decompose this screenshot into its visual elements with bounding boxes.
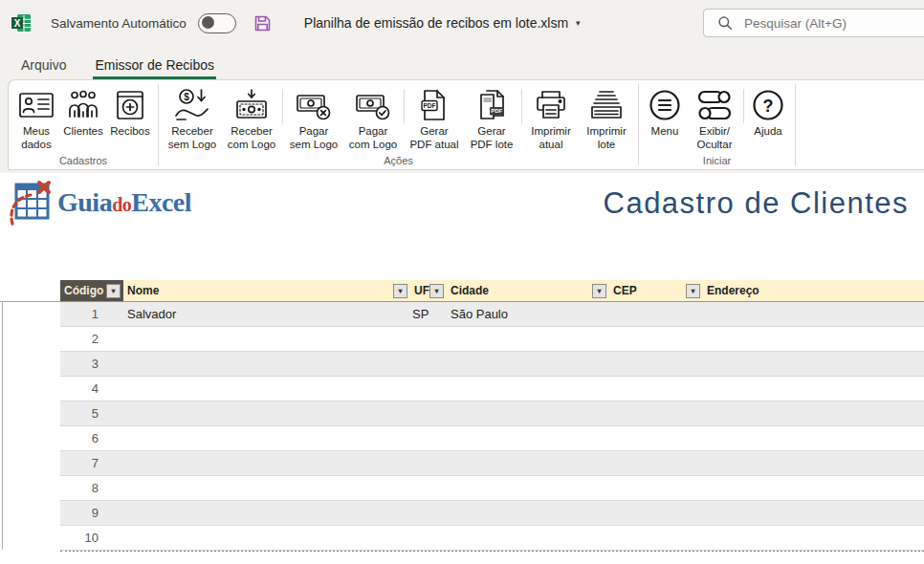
cell-cep[interactable] <box>609 401 703 425</box>
ribbon-button-imprimir-atual[interactable]: Imprimir atual <box>523 83 579 152</box>
ribbon-group-cadastros: Meus dados Clientes <box>9 80 158 169</box>
column-header-cep[interactable]: CEP ▾ <box>609 280 703 301</box>
cell-uf[interactable] <box>410 526 447 550</box>
cell-nome[interactable]: Salvador <box>123 302 410 326</box>
cell-endereco[interactable] <box>703 327 924 351</box>
cell-uf[interactable] <box>410 501 447 525</box>
cell-nome[interactable] <box>123 352 410 376</box>
cell-cidade[interactable] <box>447 377 609 401</box>
cell-endereco[interactable] <box>703 476 924 500</box>
ribbon-button-clientes[interactable]: Clientes <box>60 83 106 138</box>
filter-dropdown-icon[interactable]: ▾ <box>106 284 121 298</box>
column-header-nome[interactable]: Nome ▾ <box>123 280 410 301</box>
cell-nome[interactable] <box>123 501 410 525</box>
cell-codigo[interactable]: 5 <box>60 401 123 425</box>
ribbon-button-pagar-sem-logo[interactable]: Pagar sem Logo <box>284 83 343 152</box>
cell-cidade[interactable] <box>447 451 609 475</box>
cell-nome[interactable] <box>123 377 410 401</box>
ribbon-button-gerar-pdf-lote[interactable]: PDF Gerar PDF lote <box>463 83 520 152</box>
cell-nome[interactable] <box>123 327 410 351</box>
ribbon-button-menu[interactable]: Menu <box>643 83 687 138</box>
cell-cidade[interactable] <box>447 476 609 500</box>
cell-cidade[interactable] <box>447 501 609 525</box>
cell-cidade[interactable] <box>447 327 609 351</box>
autosave-toggle[interactable] <box>198 13 236 33</box>
cell-codigo[interactable]: 3 <box>60 352 123 376</box>
column-header-codigo[interactable]: Código ▾ <box>60 280 123 301</box>
cell-uf[interactable]: SP <box>410 302 447 326</box>
filter-dropdown-icon[interactable]: ▾ <box>592 284 606 298</box>
cell-cidade[interactable] <box>447 401 609 425</box>
menu-item-emissor-de-recibos[interactable]: Emissor de Recibos <box>93 52 216 79</box>
ribbon-button-meus-dados[interactable]: Meus dados <box>12 83 60 152</box>
cell-endereco[interactable] <box>703 401 924 425</box>
cell-cidade[interactable]: São Paulo <box>447 302 609 326</box>
cell-cep[interactable] <box>609 352 703 376</box>
cell-endereco[interactable] <box>703 501 924 525</box>
cell-cep[interactable] <box>609 426 703 450</box>
cell-nome[interactable] <box>123 426 410 450</box>
cell-codigo[interactable]: 4 <box>60 377 123 401</box>
save-button[interactable] <box>253 14 272 33</box>
cell-codigo[interactable]: 2 <box>60 327 123 351</box>
cell-cep[interactable] <box>609 476 703 500</box>
cell-cep[interactable] <box>609 451 703 475</box>
filter-dropdown-icon[interactable]: ▾ <box>686 284 700 298</box>
cell-endereco[interactable] <box>703 451 924 475</box>
cell-uf[interactable] <box>410 377 447 401</box>
paper-stack-icon <box>587 86 626 124</box>
ribbon-button-recibos[interactable]: Recibos <box>106 83 154 138</box>
page-break-line <box>0 301 60 302</box>
cell-nome[interactable] <box>123 526 410 550</box>
cell-nome[interactable] <box>123 451 410 475</box>
ribbon-button-imprimir-lote[interactable]: Imprimir lote <box>579 83 634 152</box>
ribbon-button-ajuda[interactable]: ? Ajuda <box>745 83 791 138</box>
receipt-add-icon <box>114 86 146 124</box>
cell-endereco[interactable] <box>703 377 924 401</box>
document-title[interactable]: Planilha de emissão de recibos em lote.x… <box>304 15 581 31</box>
cell-endereco[interactable] <box>703 302 924 326</box>
cell-codigo[interactable]: 10 <box>60 526 123 550</box>
cell-codigo[interactable]: 6 <box>60 426 123 450</box>
column-header-uf[interactable]: UF ▾ <box>410 280 447 301</box>
cell-nome[interactable] <box>123 476 410 500</box>
cell-cep[interactable] <box>609 377 703 401</box>
cell-uf[interactable] <box>410 426 447 450</box>
cell-codigo[interactable]: 9 <box>60 501 123 525</box>
filter-dropdown-icon[interactable]: ▾ <box>393 284 407 298</box>
cell-cidade[interactable] <box>447 426 609 450</box>
cell-cidade[interactable] <box>447 352 609 376</box>
ribbon-button-pagar-com-logo[interactable]: Pagar com Logo <box>343 83 403 152</box>
column-header-endereco[interactable]: Endereço <box>703 280 924 301</box>
cell-cep[interactable] <box>609 302 703 326</box>
cell-uf[interactable] <box>410 476 447 500</box>
cell-uf[interactable] <box>410 327 447 351</box>
cell-cidade[interactable] <box>447 526 609 550</box>
cell-cep[interactable] <box>609 526 703 550</box>
svg-text:PDF: PDF <box>491 108 502 114</box>
cell-endereco[interactable] <box>703 352 924 376</box>
menu-item-arquivo[interactable]: Arquivo <box>19 52 68 79</box>
printer-icon <box>533 86 569 124</box>
ribbon-button-exibir-ocultar[interactable]: Exibir/ Ocultar <box>687 83 742 152</box>
search-input[interactable] <box>744 16 907 31</box>
cell-nome[interactable] <box>123 401 410 425</box>
cell-endereco[interactable] <box>703 526 924 550</box>
cell-codigo[interactable]: 8 <box>60 476 123 500</box>
ribbon-button-receber-com-logo[interactable]: Receber com Logo <box>222 83 281 152</box>
cell-codigo[interactable]: 7 <box>60 451 123 475</box>
cell-uf[interactable] <box>410 401 447 425</box>
filter-dropdown-icon[interactable]: ▾ <box>429 284 444 298</box>
cell-uf[interactable] <box>410 451 447 475</box>
cell-endereco[interactable] <box>703 426 924 450</box>
cell-cep[interactable] <box>609 327 703 351</box>
cell-codigo[interactable]: 1 <box>60 302 123 326</box>
cell-cep[interactable] <box>609 501 703 525</box>
ribbon-button-receber-sem-logo[interactable]: $ Receber sem Logo <box>163 83 222 152</box>
ribbon-separator <box>521 89 522 123</box>
banknote-arrow-down-icon <box>232 86 271 124</box>
search-box[interactable] <box>703 9 924 37</box>
column-header-cidade[interactable]: Cidade ▾ <box>447 280 609 301</box>
cell-uf[interactable] <box>410 352 447 376</box>
ribbon-button-gerar-pdf-atual[interactable]: PDF Gerar PDF atual <box>406 83 463 152</box>
